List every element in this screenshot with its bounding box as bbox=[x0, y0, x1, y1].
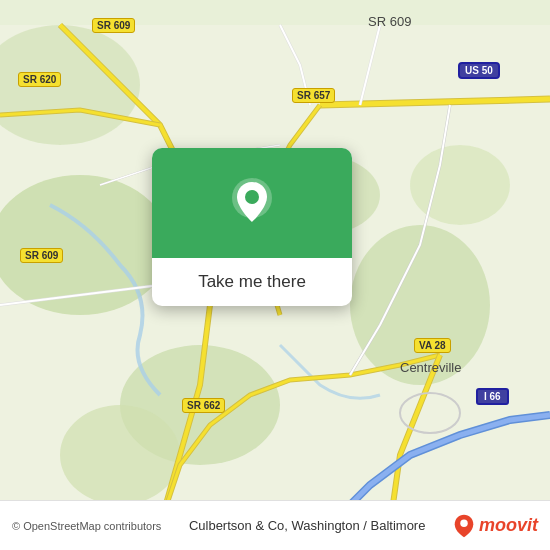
label-i66: I 66 bbox=[476, 388, 509, 405]
label-chantilly: SR 609 bbox=[368, 14, 411, 29]
moovit-text: moovit bbox=[479, 515, 538, 536]
label-sr657: SR 657 bbox=[292, 88, 335, 103]
location-label: Culbertson & Co, Washington / Baltimore bbox=[161, 518, 453, 533]
map-container: SR 609 SR 620 SR 609 SR 657 SR 662 SR 66… bbox=[0, 0, 550, 550]
label-us50: US 50 bbox=[458, 62, 500, 79]
svg-point-4 bbox=[60, 405, 180, 505]
location-pin-icon bbox=[225, 176, 279, 230]
popup-card: Take me there bbox=[152, 148, 352, 306]
moovit-pin-icon bbox=[453, 513, 475, 539]
label-va28: VA 28 bbox=[414, 338, 451, 353]
popup-green-area bbox=[152, 148, 352, 258]
label-sr609-top: SR 609 bbox=[92, 18, 135, 33]
label-sr620: SR 620 bbox=[18, 72, 61, 87]
copyright-text: © OpenStreetMap contributors bbox=[12, 520, 161, 532]
svg-point-11 bbox=[460, 519, 467, 526]
popup-button-area: Take me there bbox=[152, 258, 352, 306]
svg-point-10 bbox=[245, 190, 259, 204]
take-me-there-button[interactable]: Take me there bbox=[198, 268, 306, 296]
label-sr609-mid: SR 609 bbox=[20, 248, 63, 263]
svg-point-6 bbox=[410, 145, 510, 225]
svg-point-8 bbox=[400, 393, 460, 433]
bottom-bar: © OpenStreetMap contributors Culbertson … bbox=[0, 500, 550, 550]
svg-point-1 bbox=[0, 175, 170, 315]
moovit-logo: moovit bbox=[453, 513, 538, 539]
label-centreville: Centreville bbox=[400, 360, 461, 375]
label-sr662-bot: SR 662 bbox=[182, 398, 225, 413]
